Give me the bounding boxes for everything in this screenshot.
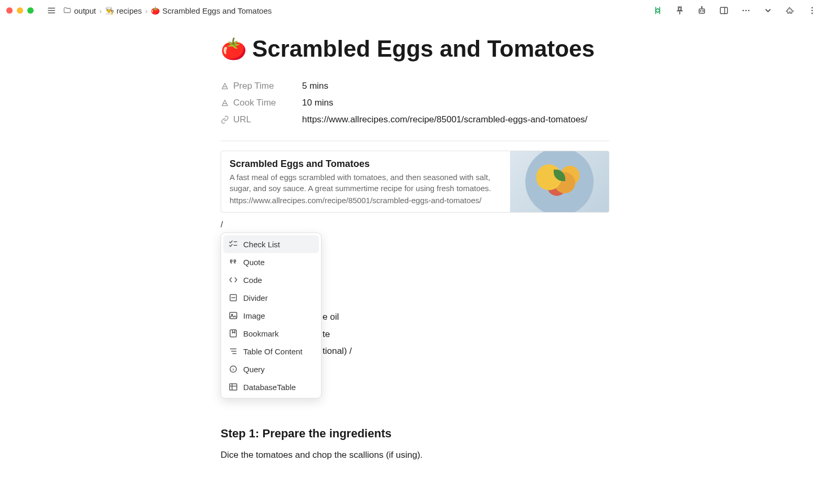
maximize-window-button[interactable]	[27, 7, 34, 14]
kebab-button[interactable]	[805, 3, 819, 18]
properties-divider	[221, 141, 609, 141]
slash-item-toc[interactable]: Table Of Content	[223, 342, 319, 360]
svg-text:x: x	[232, 367, 234, 372]
robot-button[interactable]	[694, 3, 709, 18]
slash-item-database-table[interactable]: DatabaseTable	[223, 378, 319, 396]
svg-point-6	[703, 10, 704, 12]
prop-row-prep-time[interactable]: Prep Time 5 mins	[221, 78, 609, 94]
panel-toggle-button[interactable]	[717, 3, 731, 18]
svg-point-14	[812, 7, 813, 8]
svg-rect-33	[230, 384, 237, 390]
step-1-heading[interactable]: Step 1: Prepare the ingredients	[221, 427, 609, 440]
close-window-button[interactable]	[6, 7, 13, 14]
toolbar-right	[650, 3, 824, 18]
svg-point-13	[748, 10, 750, 12]
more-button[interactable]	[739, 3, 753, 18]
slash-command-input[interactable]: /	[221, 219, 609, 230]
prop-label: Cook Time	[233, 98, 276, 108]
slash-item-label: Quote	[243, 258, 265, 267]
prop-label: URL	[233, 114, 251, 125]
breadcrumb-leaf[interactable]: 🍅 Scrambled Eggs and Tomatoes	[151, 6, 272, 15]
slash-item-image[interactable]: Image	[223, 307, 319, 324]
bookmark-icon	[229, 329, 238, 338]
prop-value: 10 mins	[302, 98, 334, 108]
svg-rect-9	[720, 7, 728, 14]
prop-row-url[interactable]: URL https://www.allrecipes.com/recipe/85…	[221, 111, 609, 128]
slash-item-check-list[interactable]: Check List	[223, 235, 319, 253]
slash-item-label: Image	[243, 311, 265, 320]
slash-item-label: Divider	[243, 293, 268, 302]
image-icon	[229, 311, 238, 320]
svg-point-11	[742, 10, 744, 12]
svg-point-8	[701, 7, 702, 8]
svg-point-5	[700, 10, 701, 12]
page-title-text: Scrambled Eggs and Tomatoes	[252, 36, 595, 62]
code-icon	[229, 275, 238, 285]
breadcrumb-level2-label: recipes	[117, 6, 142, 15]
text-property-icon	[221, 82, 229, 90]
breadcrumb-level2[interactable]: 👨‍🍳 recipes	[105, 6, 142, 15]
prop-row-cook-time[interactable]: Cook Time 10 mins	[221, 94, 609, 111]
slash-menu: Check List Quote Code Divider Image Book…	[221, 233, 321, 398]
page-title[interactable]: 🍅 Scrambled Eggs and Tomatoes	[221, 36, 609, 62]
bookmark-url: https://www.allrecipes.com/recipe/85001/…	[230, 196, 502, 205]
breadcrumb-leaf-label: Scrambled Eggs and Tomatoes	[162, 6, 272, 15]
query-icon: x	[229, 364, 238, 374]
toc-icon	[229, 346, 238, 356]
extension-button[interactable]	[783, 3, 797, 18]
folder-icon	[63, 6, 71, 15]
breadcrumb-level2-emoji: 👨‍🍳	[105, 6, 114, 15]
titlebar: output › 👨‍🍳 recipes › 🍅 Scrambled Eggs …	[0, 0, 830, 21]
slash-item-divider[interactable]: Divider	[223, 289, 319, 307]
slash-item-label: Query	[243, 365, 265, 374]
database-table-icon	[229, 382, 238, 392]
slash-item-label: Code	[243, 276, 262, 285]
divider-icon	[229, 293, 238, 302]
slash-item-label: Check List	[243, 240, 280, 249]
slash-item-label: DatabaseTable	[243, 383, 296, 392]
menu-toggle-button[interactable]	[44, 3, 59, 18]
bookmark-title: Scrambled Eggs and Tomatoes	[230, 159, 502, 170]
slash-item-query[interactable]: x Query	[223, 360, 319, 378]
check-list-icon	[229, 239, 238, 249]
minimize-window-button[interactable]	[17, 7, 23, 14]
text-property-icon	[221, 99, 229, 107]
window-controls	[6, 7, 34, 14]
breadcrumb-root-label: output	[74, 6, 96, 15]
link-property-icon	[221, 116, 229, 124]
svg-point-16	[812, 13, 813, 14]
pin-button[interactable]	[672, 3, 687, 18]
svg-point-12	[745, 10, 747, 12]
slash-item-bookmark[interactable]: Bookmark	[223, 324, 319, 342]
chevron-right-icon: ›	[145, 6, 148, 15]
quote-icon	[229, 257, 238, 267]
svg-point-15	[812, 10, 813, 12]
bookmark-description: A fast meal of eggs scrambled with tomat…	[230, 172, 502, 194]
svg-rect-27	[230, 330, 236, 337]
chevron-down-button[interactable]	[761, 3, 775, 18]
slash-item-quote[interactable]: Quote	[223, 253, 319, 271]
step-1-body[interactable]: Dice the tomatoes and chop the scallions…	[221, 448, 609, 462]
bookmark-card[interactable]: Scrambled Eggs and Tomatoes A fast meal …	[221, 151, 609, 213]
chevron-right-icon: ›	[99, 6, 102, 15]
prop-label: Prep Time	[233, 81, 274, 91]
prop-value: https://www.allrecipes.com/recipe/85001/…	[302, 114, 587, 125]
prop-value: 5 mins	[302, 81, 328, 91]
breadcrumb-leaf-emoji: 🍅	[151, 6, 160, 15]
breadcrumb: output › 👨‍🍳 recipes › 🍅 Scrambled Eggs …	[63, 6, 272, 15]
bookmark-thumbnail	[510, 151, 609, 212]
slash-item-label: Bookmark	[243, 329, 279, 338]
slash-item-label: Table Of Content	[243, 347, 303, 356]
breadcrumb-root[interactable]: output	[63, 6, 96, 15]
slash-item-code[interactable]: Code	[223, 271, 319, 289]
page-emoji: 🍅	[221, 37, 247, 61]
svg-rect-25	[230, 312, 237, 319]
page-content: 🍅 Scrambled Eggs and Tomatoes Prep Time …	[221, 21, 609, 483]
page-properties: Prep Time 5 mins Cook Time 10 mins URL h…	[221, 78, 609, 128]
sync-button[interactable]	[650, 3, 665, 18]
